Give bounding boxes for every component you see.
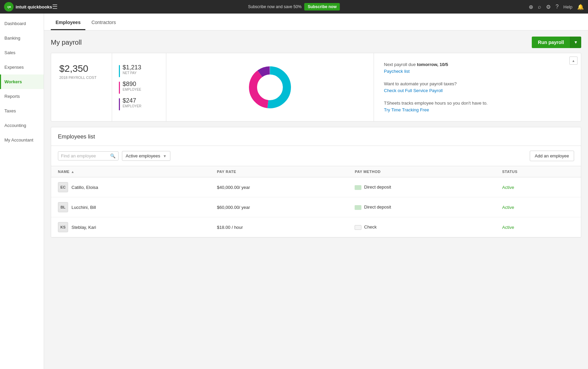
sidebar-item-taxes[interactable]: Taxes	[0, 104, 44, 118]
next-payroll-row: Next payroll due tomorrow, 10/5 Paycheck…	[384, 61, 571, 74]
sidebar-item-banking[interactable]: Banking	[0, 31, 44, 45]
employees-table: NAME ▲ PAY RATE PAY METHOD STATUS EC	[51, 166, 581, 237]
table-row[interactable]: EC Catillo, Eloisa $40,000.00/ year Dire…	[51, 177, 581, 197]
employee-name-1: Lucchini, Bill	[71, 205, 96, 210]
svg-point-5	[258, 75, 282, 100]
gear-icon[interactable]: ⚙	[546, 4, 551, 10]
payroll-cost-label: 2018 PAYROLL COST	[59, 75, 104, 80]
employees-list-section: Employees list 🔍 Active employees ▼ Add …	[51, 127, 581, 238]
cell-status-2: Active	[495, 217, 581, 237]
cell-pay-method-1: Direct deposit	[348, 197, 495, 217]
payroll-cost-amount: $2,350	[59, 63, 104, 74]
status-badge-2: Active	[502, 225, 514, 230]
promo-banner: Subscribe now and save 50% Subscribe now	[248, 3, 340, 10]
pay-method-icon-2	[355, 225, 361, 230]
sidebar-item-sales[interactable]: Sales	[0, 45, 44, 60]
main-content: Employees Contractors My payroll Run pay…	[44, 14, 588, 369]
tab-bar: Employees Contractors	[44, 14, 588, 30]
page-content: My payroll Run payroll ▼ ▲ $2,350 2018 P…	[44, 30, 588, 244]
pay-method-icon-1	[355, 205, 361, 210]
sidebar: Dashboard Banking Sales Expenses Workers…	[0, 14, 44, 369]
automate-row: Want to automate your payroll taxes? Che…	[384, 81, 571, 94]
cell-pay-rate-2: $18.00 / hour	[210, 217, 348, 237]
col-pay-rate: PAY RATE	[210, 166, 348, 177]
cell-pay-method-0: Direct deposit	[348, 177, 495, 197]
cell-pay-method-2: Check	[348, 217, 495, 237]
subscribe-button[interactable]: Subscribe now	[304, 3, 340, 10]
cell-status-0: Active	[495, 177, 581, 197]
sidebar-item-myaccountant[interactable]: My Accountant	[0, 133, 44, 147]
sidebar-item-reports[interactable]: Reports	[0, 89, 44, 104]
run-payroll-dropdown[interactable]: ▼	[570, 37, 581, 48]
next-payroll-text: Next payroll due	[384, 62, 416, 67]
help-label[interactable]: Help	[563, 4, 572, 9]
payroll-cost-section: $2,350 2018 PAYROLL COST	[51, 53, 112, 121]
payroll-header: My payroll Run payroll ▼	[51, 30, 581, 53]
tsheets-text: TSheets tracks employee hours so you don…	[384, 101, 488, 106]
sidebar-item-workers[interactable]: Workers	[0, 74, 44, 89]
payroll-title: My payroll	[51, 39, 82, 46]
col-status: STATUS	[495, 166, 581, 177]
employees-controls: 🔍 Active employees ▼ Add an employee	[51, 146, 581, 166]
next-payroll-when: tomorrow, 10/5	[417, 62, 448, 67]
add-icon[interactable]: ⊕	[529, 4, 533, 10]
breakdown-employer: $247 EMPLOYER	[119, 97, 159, 110]
cell-name-0: EC Catillo, Eloisa	[51, 177, 210, 197]
controls-left: 🔍 Active employees ▼	[58, 151, 170, 161]
tab-employees[interactable]: Employees	[51, 20, 85, 30]
sidebar-item-dashboard[interactable]: Dashboard	[0, 16, 44, 31]
payroll-panel: ▲ $2,350 2018 PAYROLL COST $1,213 NET PA…	[51, 53, 581, 122]
status-badge-1: Active	[502, 205, 514, 210]
bell-icon[interactable]: 🔔	[577, 4, 584, 10]
status-badge-0: Active	[502, 185, 514, 190]
cell-pay-rate-1: $60,000.00/ year	[210, 197, 348, 217]
sidebar-item-accounting[interactable]: Accounting	[0, 118, 44, 133]
payroll-info: Next payroll due tomorrow, 10/5 Paycheck…	[374, 53, 581, 121]
filter-dropdown[interactable]: Active employees ▼	[122, 151, 170, 161]
search-wrap: 🔍	[58, 151, 119, 160]
cell-name-1: BL Lucchini, Bill	[51, 197, 210, 217]
run-payroll-button[interactable]: Run payroll	[532, 37, 570, 48]
automate-text: Want to automate your payroll taxes?	[384, 81, 457, 86]
logo: QB intuit quickbooks	[4, 2, 52, 12]
table-row[interactable]: BL Lucchini, Bill $60,000.00/ year Direc…	[51, 197, 581, 217]
payroll-breakdown: $1,213 NET PAY $890 EMPLOYEE	[112, 53, 166, 121]
search-icon[interactable]: ⌕	[538, 4, 541, 10]
topbar: QB intuit quickbooks ☰ Subscribe now and…	[0, 0, 588, 14]
net-pay-amount: $1,213	[123, 64, 141, 71]
table-header-row: NAME ▲ PAY RATE PAY METHOD STATUS	[51, 166, 581, 177]
employees-list-title: Employees list	[51, 127, 581, 146]
help-icon[interactable]: ?	[555, 4, 559, 10]
add-employee-button[interactable]: Add an employee	[530, 151, 574, 161]
run-payroll-wrap: Run payroll ▼	[532, 37, 581, 48]
employee-name-0: Catillo, Eloisa	[71, 185, 98, 190]
breakdown-net-pay: $1,213 NET PAY	[119, 64, 159, 77]
avatar-0: EC	[58, 182, 68, 192]
pay-method-icon-0	[355, 185, 361, 190]
tab-contractors[interactable]: Contractors	[87, 20, 121, 30]
avatar-2: KS	[58, 222, 68, 232]
search-input[interactable]	[61, 153, 108, 158]
col-name: NAME ▲	[51, 166, 210, 177]
hamburger-icon[interactable]: ☰	[52, 3, 58, 10]
col-pay-method: PAY METHOD	[348, 166, 495, 177]
full-service-link[interactable]: Check out Full Service Payroll	[384, 87, 571, 94]
breakdown-employee: $890 EMPLOYEE	[119, 81, 159, 94]
employer-label: EMPLOYER	[123, 104, 142, 108]
paycheck-list-link[interactable]: Paycheck list	[384, 68, 571, 75]
sidebar-item-expenses[interactable]: Expenses	[0, 60, 44, 74]
donut-chart	[248, 65, 292, 109]
collapse-button[interactable]: ▲	[569, 57, 578, 65]
logo-icon: QB	[4, 2, 14, 12]
avatar-1: BL	[58, 202, 68, 212]
time-tracking-link[interactable]: Try Time Tracking Free	[384, 107, 571, 113]
logo-text: intuit quickbooks	[16, 4, 52, 9]
sort-icon: ▲	[71, 170, 74, 174]
table-row[interactable]: KS Steblay, Kari $18.00 / hour Check Act…	[51, 217, 581, 237]
cell-name-2: KS Steblay, Kari	[51, 217, 210, 237]
search-icon: 🔍	[110, 153, 115, 158]
chevron-down-icon: ▼	[163, 154, 167, 158]
employee-label: EMPLOYEE	[123, 88, 141, 91]
app-layout: Dashboard Banking Sales Expenses Workers…	[0, 14, 588, 369]
net-pay-label: NET PAY	[123, 71, 141, 75]
